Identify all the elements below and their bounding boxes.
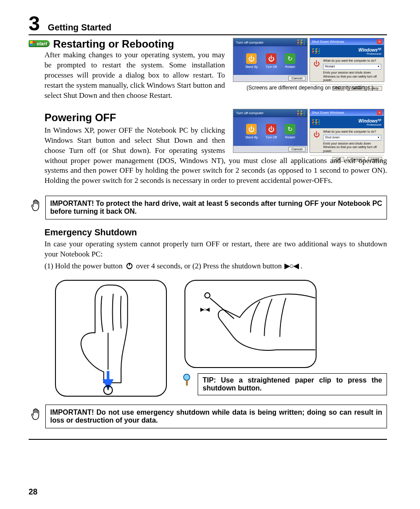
dialog-title: Turn off computer <box>236 41 264 45</box>
illustration-hold-power-button <box>55 280 167 397</box>
power-icon: ⏻ <box>313 131 320 139</box>
hand-stop-icon <box>30 408 41 421</box>
chapter-title: Getting Started <box>48 22 111 33</box>
windows-flag-icon <box>313 119 320 125</box>
windows-flag-icon <box>30 41 35 46</box>
svg-text:▶○◀: ▶○◀ <box>201 306 210 312</box>
chapter-number: 3 <box>29 13 40 33</box>
windows-flag-icon <box>298 111 305 116</box>
classic-dialog-title: Shut Down Windows <box>312 40 344 44</box>
power-icon <box>125 262 133 273</box>
illustration-row: ▶○◀ TIP: Use a straightened paper clip t… <box>55 280 387 397</box>
turnoff-button: ⏻ Turn Off <box>266 53 277 68</box>
emergency-intro: In case your operating system cannot pro… <box>44 239 387 260</box>
heading-restarting: Restarting or Rebooting <box>53 38 174 50</box>
close-icon: × <box>377 110 382 115</box>
shutdown-pinhole-icon: ▶○◀ <box>284 261 298 271</box>
screenshot-shutdown-classic-2: Shut Down Windows × WindowsxpProfessiona… <box>309 109 384 153</box>
svg-rect-9 <box>186 380 188 386</box>
section-powering-off: Turn off computer ⏻Stand By ⏻Turn Off ↻R… <box>29 109 387 188</box>
page-number: 28 <box>29 487 37 497</box>
screenshot-caption: (Screens are different depending on secu… <box>233 85 387 91</box>
standby-button: ⏻ Stand By <box>245 53 258 68</box>
emergency-steps: (1) Hold the power button over 4 seconds… <box>44 261 387 273</box>
tip-note: TIP: Use a straightened paper clip to pr… <box>198 373 387 395</box>
power-icon: ⏻ <box>313 60 320 68</box>
windows-flag-icon <box>313 48 320 54</box>
screenshot-turn-off-computer: Turn off computer ⏻ Stand By ⏻ Turn Off <box>233 38 308 82</box>
illustration-paperclip-shutdown: ▶○◀ <box>184 280 317 368</box>
tip-row: TIP: Use a straightened paper clip to pr… <box>183 373 387 395</box>
classic-desc: Ends your session and shuts down Windows… <box>323 71 381 82</box>
important-note-2: IMPORTANT! Do not use emergency shutdown… <box>45 405 387 428</box>
start-button-icon: start <box>29 40 50 47</box>
heading-emergency-shutdown: Emergency Shutdown <box>44 227 387 238</box>
screenshot-shutdown-classic: Shut Down Windows × WindowsxpProfessiona… <box>309 38 384 82</box>
restart-button: ↻ Restart <box>285 53 295 68</box>
section-restarting: Turn off computer ⏻ Stand By ⏻ Turn Off <box>29 38 387 103</box>
windows-flag-icon <box>298 40 305 45</box>
important-note-1: IMPORTANT! To protect the hard drive, wa… <box>45 196 387 219</box>
svg-point-6 <box>205 293 210 298</box>
classic-dropdown: Restart▾ <box>323 64 381 70</box>
footer-rule <box>29 439 387 440</box>
hand-stop-icon <box>30 199 41 212</box>
cancel-button: Cancel <box>288 76 306 81</box>
classic-prompt: What do you want the computer to do? <box>323 59 381 63</box>
section-emergency-shutdown: Emergency Shutdown In case your operatin… <box>44 227 387 273</box>
screenshot-turn-off-computer-2: Turn off computer ⏻Stand By ⏻Turn Off ↻R… <box>233 109 308 153</box>
close-icon: × <box>377 39 382 44</box>
chapter-header: 3 Getting Started <box>29 13 387 35</box>
